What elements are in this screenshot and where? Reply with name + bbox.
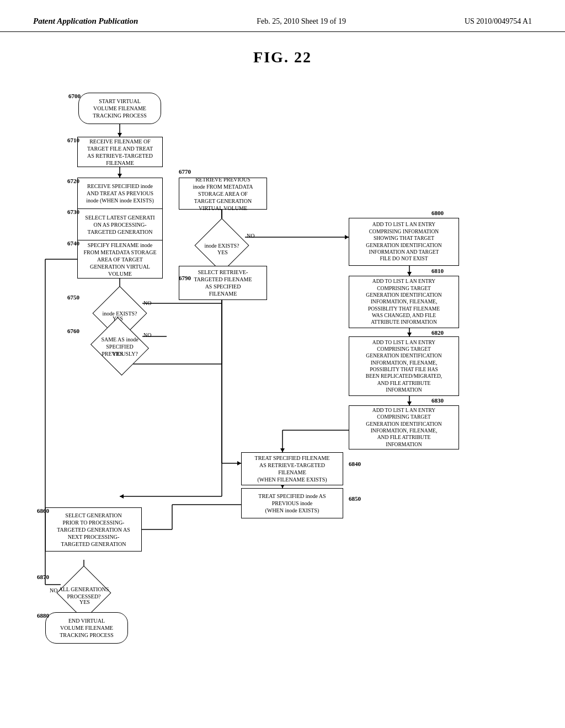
- node-6700: START VIRTUAL VOLUME FILENAME TRACKING P…: [78, 93, 161, 124]
- node-6730: SELECT LATEST GENERATI ON AS PROCESSING-…: [77, 208, 163, 240]
- header: Patent Application Publication Feb. 25, …: [0, 0, 565, 32]
- no-label-6780: NO: [247, 233, 254, 239]
- tag-6710: 6710: [67, 137, 79, 143]
- node-6780: inode EXISTS?: [183, 226, 260, 265]
- tag-6820: 6820: [431, 329, 444, 336]
- node-6770: RETRIEVE PREVIOUS inode FROM METADATA ST…: [179, 178, 267, 210]
- node-6760: SAME AS inode SPECIFIED PREVIOUSLY?: [74, 327, 166, 366]
- tag-6800: 6800: [431, 210, 444, 216]
- node-6830: ADD TO LIST L AN ENTRY COMPRISING TARGET…: [349, 405, 459, 449]
- no-label-6750: NO: [143, 300, 151, 306]
- tag-6790: 6790: [179, 275, 191, 281]
- svg-marker-1: [118, 133, 122, 137]
- node-6720: RECEIVE SPECIFIED inode AND TREAT AS PRE…: [77, 178, 163, 209]
- tag-6850: 6850: [349, 495, 361, 502]
- svg-marker-28: [120, 494, 124, 499]
- tag-6700: 6700: [68, 93, 81, 99]
- node-6810: ADD TO LIST L AN ENTRY COMPRISING TARGET…: [349, 276, 459, 328]
- node-6800: ADD TO LIST L AN ENTRY COMPRISING INFORM…: [349, 218, 459, 266]
- tag-6870: 6870: [37, 574, 49, 580]
- tag-6810: 6810: [431, 267, 444, 274]
- tag-6760: 6760: [67, 328, 79, 334]
- flowchart: START VIRTUAL VOLUME FILENAME TRACKING P…: [34, 77, 531, 684]
- tag-6730: 6730: [67, 208, 79, 215]
- tag-6860: 6860: [37, 507, 49, 514]
- node-6710: RECEIVE FILENAME OF TARGET FILE AND TREA…: [77, 137, 163, 167]
- tag-6750: 6750: [67, 294, 79, 301]
- tag-6720: 6720: [67, 178, 79, 184]
- tag-6830: 6830: [431, 397, 444, 404]
- node-6790: SELECT RETRIEVE- TARGETED FILENAME AS SP…: [179, 266, 267, 300]
- svg-marker-3: [118, 174, 122, 178]
- figure-title: FIG. 22: [0, 49, 565, 66]
- tag-6740: 6740: [67, 240, 79, 247]
- tag-6880: 6880: [37, 612, 49, 619]
- node-6740: SPECIFY FILENAME inode FROM METADATA STO…: [77, 240, 163, 279]
- yes-label-6760: YES: [113, 351, 123, 357]
- svg-marker-42: [237, 461, 241, 465]
- node-6840: TREAT SPECIFIED FILENAME AS RETRIEVE-TAR…: [241, 452, 343, 485]
- svg-marker-25: [345, 235, 349, 239]
- no-label-6760: NO: [143, 332, 151, 338]
- node-6860: SELECT GENERATION PRIOR TO PROCESSING- T…: [45, 507, 142, 552]
- no-label-6870: NO: [50, 587, 57, 593]
- tag-6840: 6840: [349, 461, 361, 467]
- header-center: Feb. 25, 2010 Sheet 19 of 19: [257, 17, 346, 26]
- node-6880: END VIRTUAL VOLUME FILENAME TRACKING PRO…: [45, 612, 128, 644]
- node-6850: TREAT SPECIFIED inode AS PREVIOUS inode …: [241, 488, 343, 518]
- yes-label-6780: YES: [217, 249, 228, 255]
- header-right: US 2010/0049754 A1: [465, 17, 532, 26]
- svg-marker-32: [407, 333, 412, 336]
- node-6820: ADD TO LIST L AN ENTRY COMPRISING TARGET…: [349, 336, 459, 396]
- svg-marker-37: [280, 448, 285, 452]
- yes-label-6870: YES: [79, 599, 90, 605]
- page: Patent Application Publication Feb. 25, …: [0, 0, 565, 728]
- header-left: Patent Application Publication: [33, 17, 138, 26]
- svg-marker-30: [407, 272, 412, 276]
- tag-6770: 6770: [179, 168, 191, 175]
- svg-marker-34: [407, 402, 412, 405]
